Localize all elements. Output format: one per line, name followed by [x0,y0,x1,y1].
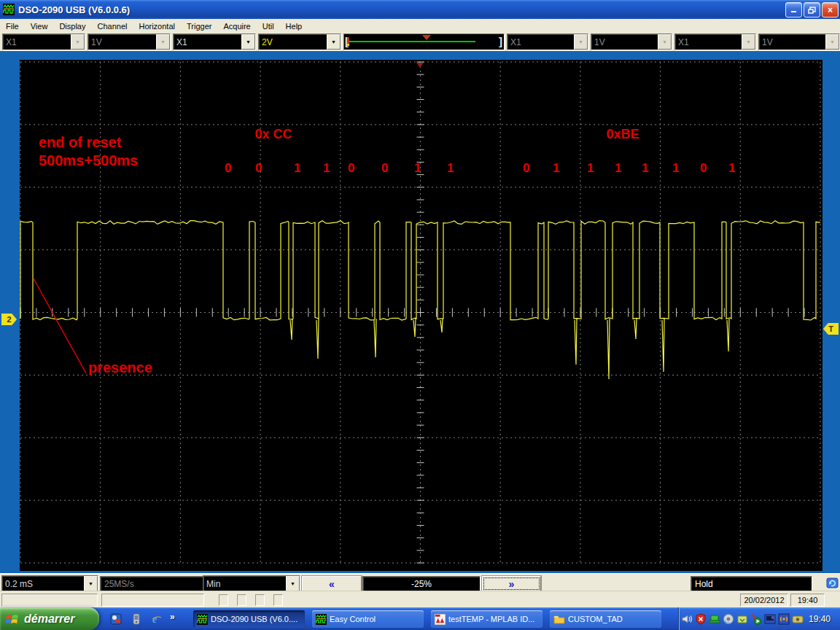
ch4-volts-per-div-value: 1V [759,37,825,47]
menu-item-util[interactable]: Util [257,20,280,32]
status-bar: 20/02/2012 19:40 [0,591,840,608]
trigger-time-marker-icon [416,63,424,68]
slider-right-bracket: ] [499,35,502,47]
task-label: CUSTOM_TAD [568,615,623,623]
trigger-level-marker[interactable]: T [823,323,839,335]
trigger-position-marker-icon[interactable] [422,35,431,40]
refresh-icon [826,577,839,589]
close-icon: × [828,5,833,15]
quick-launch-overflow-chevron[interactable]: » [170,612,175,622]
start-button[interactable]: démarrer [0,607,99,630]
ch1-volts-per-div-dropdown-icon: ▼ [156,34,170,50]
scope-plot [20,60,822,571]
taskbar-button-easy-control[interactable]: Easy Control [312,610,424,628]
taskbar-button-custom-tad[interactable]: CUSTOM_TAD [550,610,661,628]
start-label: démarrer [24,612,74,626]
menu-item-channel[interactable]: Channel [91,20,133,32]
trace-spike [662,319,664,372]
minimize-button[interactable] [785,2,802,18]
mplab-icon [435,614,446,625]
restore-button[interactable] [804,2,820,18]
trigger-position-display: -25% [362,576,481,591]
run-state-display: Hold [691,576,812,591]
ch1-volts-per-div: 1V▼ [88,34,171,50]
status-panel-2 [101,594,204,607]
ch4-volts-per-div-dropdown-icon: ▼ [825,34,839,50]
pan-right-icon: » [509,580,515,588]
horizontal-position-slider[interactable]: [ ] [343,34,505,50]
status-date: 20/02/2012 [740,594,788,607]
ch1-attenuation: X1▼ [2,34,85,50]
svg-text:e: e [152,614,157,625]
tray-card-icon[interactable] [792,613,804,625]
timebase-select[interactable]: 0.2 mS ▼ [1,575,98,592]
menu-item-help[interactable]: Help [280,20,308,32]
ch2-volts-per-div[interactable]: 2V▼ [258,34,341,50]
menu-item-acquire[interactable]: Acquire [217,20,256,32]
ch2-volts-per-div-dropdown-icon[interactable]: ▼ [327,34,341,50]
ch2-attenuation-value: X1 [174,37,241,47]
menu-item-view[interactable]: View [25,20,54,32]
ch1-volts-per-div-value: 1V [88,37,156,47]
quick-launch-app-icon[interactable] [109,612,122,625]
ch2-attenuation[interactable]: X1▼ [173,34,256,50]
quick-launch-device-icon[interactable] [130,612,142,625]
tray-clock: 19:40 [809,614,831,624]
trace-spike [290,319,292,340]
slider-capture-line [347,41,475,42]
pan-right-button[interactable]: » [482,576,541,591]
window-title: DSO-2090 USB (V6.0.0.6) [18,4,130,15]
tray-volume-icon[interactable] [681,613,693,625]
acquisition-dropdown-icon[interactable]: ▼ [286,576,300,591]
menu-item-trigger[interactable]: Trigger [181,20,217,32]
trace-spike [316,319,319,359]
app-scope-icon [3,4,15,15]
ch1-attenuation-value: X1 [3,37,71,47]
folder-icon [553,614,565,624]
menu-bar: FileViewDisplayChannelHorizontalTriggerA… [0,19,840,34]
ch4-attenuation-dropdown-icon: ▼ [742,34,755,50]
trace-spike [607,319,610,379]
tray-laptop-icon[interactable] [709,613,720,625]
tray-pen-icon[interactable] [750,613,762,625]
ch4-attenuation-value: X1 [675,37,742,47]
slider-start-tick [347,37,349,46]
status-time: 19:40 [790,594,825,607]
ch3-volts-per-div-dropdown-icon: ▼ [658,34,672,50]
taskbar-button-testtemp-mplab-id[interactable]: testTEMP - MPLAB ID... [431,610,542,628]
menu-item-horizontal[interactable]: Horizontal [133,20,181,32]
tray-disc-icon[interactable] [723,613,734,625]
channel2-trace [20,221,820,320]
ch3-attenuation-value: X1 [508,37,574,47]
scope-icon [316,614,327,625]
svg-text:K: K [771,615,774,620]
trace-spike [374,319,376,357]
acquisition-mode-select[interactable]: Min ▼ [203,575,300,592]
taskbar-button-dso-2090-usb-v6-0[interactable]: DSO-2090 USB (V6.0.... [193,610,305,628]
sample-rate-display: 25MS/s [100,576,206,591]
restore-icon [808,7,816,14]
tray-wireless-icon[interactable] [778,613,790,625]
ch2-volts-per-div-value: 2V [259,37,327,47]
timebase-dropdown-icon[interactable]: ▼ [84,576,98,591]
channel2-position-marker[interactable]: 2 [1,314,17,325]
quick-launch-ie-icon[interactable]: e [150,612,163,625]
ch2-attenuation-dropdown-icon[interactable]: ▼ [241,34,255,50]
desktop: { "window": { "title": "DSO-2090 USB (V6… [0,0,840,630]
trace-spike [727,319,729,351]
tray-package-icon[interactable] [736,613,748,625]
ch3-attenuation: X1▼ [507,34,588,50]
close-button[interactable]: × [822,2,839,18]
trace-spike [413,319,416,337]
pan-left-button[interactable]: « [302,576,362,591]
menu-item-display[interactable]: Display [53,20,91,32]
tray-shield-icon[interactable] [695,613,707,625]
status-grip [237,594,246,606]
menu-item-file[interactable]: File [0,20,25,32]
status-grip [219,594,228,606]
task-label: DSO-2090 USB (V6.0.... [211,615,298,623]
refresh-button[interactable] [826,577,839,592]
trace-spike [634,319,637,339]
tray-display-icon[interactable]: K [764,613,776,625]
trace-spike [575,319,577,365]
